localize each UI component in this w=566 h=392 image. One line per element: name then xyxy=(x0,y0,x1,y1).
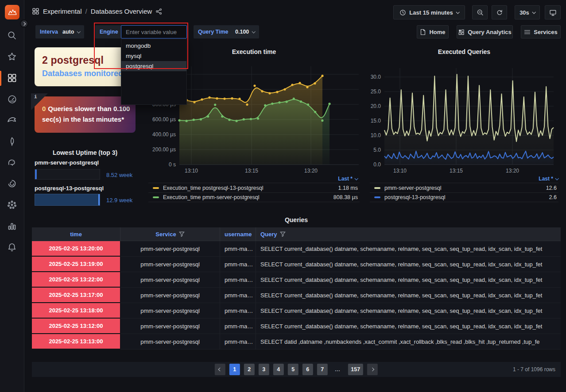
y-axis-tick: 25.0 xyxy=(371,88,381,95)
active-nav-indicator xyxy=(0,71,1,86)
cell-service: pmm-server-postgresql xyxy=(120,257,220,272)
column-label: Service xyxy=(155,231,176,238)
proxysql-swirl-icon[interactable] xyxy=(2,175,22,192)
table-body: 2025-02-25 13:20:00pmm-server-postgresql… xyxy=(32,241,561,350)
legend-sort-control[interactable]: Last * xyxy=(539,176,558,182)
legend-swatch xyxy=(374,196,380,198)
prev-page-button[interactable] xyxy=(215,364,225,375)
engine-variable-input[interactable] xyxy=(121,25,187,38)
table-row: 2025-02-25 13:18:00pmm-server-postgresql… xyxy=(32,303,561,319)
uptime-item-label: postgresql-13-postgresql xyxy=(35,185,104,192)
info-icon: i xyxy=(34,94,37,100)
uptime-item-label: pmm-server-postgresql xyxy=(35,159,99,166)
uptime-item-value: 8.52 week xyxy=(106,172,132,178)
column-label: time xyxy=(70,231,82,238)
breadcrumb-section[interactable]: Experimental xyxy=(43,8,82,15)
refresh-interval-select[interactable]: 30s xyxy=(515,5,540,19)
interval-variable-select[interactable]: auto xyxy=(58,25,84,38)
services-label: Services xyxy=(534,29,558,35)
mongodb-leaf-icon[interactable] xyxy=(2,133,22,150)
engine-option-mongodb[interactable]: mongodb xyxy=(121,41,186,51)
x-axis-tick: 13:15 xyxy=(245,168,258,174)
query-time-variable-label: Query Time xyxy=(194,25,233,38)
time-range-label: Last 15 minutes xyxy=(409,9,453,16)
kiosk-mode-button[interactable] xyxy=(545,5,561,19)
page-button-5[interactable]: 5 xyxy=(288,364,299,375)
column-header-time[interactable]: time xyxy=(32,227,120,241)
panel-title: Executed Queries xyxy=(368,48,561,55)
home-button[interactable]: Home xyxy=(417,25,449,38)
search-icon[interactable] xyxy=(2,27,22,44)
table-row: 2025-02-25 13:22:00pmm-server-postgresql… xyxy=(32,272,561,288)
column-header-username[interactable]: username xyxy=(220,227,256,241)
y-axis-tick: 400.00 µs xyxy=(152,131,176,138)
cell-service: pmm-server-postgresql xyxy=(120,334,220,350)
time-range-picker[interactable]: Last 15 minutes xyxy=(393,5,465,19)
sidebar-expand-button[interactable] xyxy=(20,19,28,28)
slow-queries-panel: 0Queries slower than 0.100 sec(s) in the… xyxy=(35,96,136,133)
legend-series-name[interactable]: pmm-server-postgresql xyxy=(384,185,546,191)
engine-option-postgresql[interactable]: postgresql xyxy=(121,61,186,71)
filter-funnel-icon[interactable] xyxy=(179,231,185,237)
uptime-item-value: 12.9 week xyxy=(106,197,132,204)
queries-panel-title: Queries xyxy=(32,216,561,223)
query-time-variable-select[interactable]: 0.100 xyxy=(231,25,259,38)
left-sidebar xyxy=(0,0,24,392)
column-label: username xyxy=(225,231,252,238)
query-analytics-gauge-icon[interactable] xyxy=(2,90,22,108)
list-icon xyxy=(524,29,531,35)
legend-series-name[interactable]: Execution_time pmm-server-postgresql xyxy=(163,194,333,200)
table-row: 2025-02-25 13:19:00pmm-server-postgresql… xyxy=(32,257,561,272)
page-button-157[interactable]: 157 xyxy=(348,364,363,375)
starred-dashboards-icon[interactable] xyxy=(2,48,22,65)
refresh-icon xyxy=(496,9,503,16)
page-button-2[interactable]: 2 xyxy=(244,364,255,375)
dashboards-grid-icon[interactable] xyxy=(2,69,22,87)
legend-sort-control[interactable]: Last * xyxy=(338,176,357,182)
charts-bars-icon[interactable] xyxy=(2,217,22,235)
zoom-out-button[interactable] xyxy=(472,5,488,19)
legend-series-name[interactable]: Execution_time postgresql-13-postgresql xyxy=(163,185,338,191)
postgresql-elephant-icon[interactable] xyxy=(2,154,22,171)
y-axis-tick: 0 s xyxy=(169,161,176,168)
y-axis-tick: 10.0 xyxy=(371,132,381,138)
executed-queries-chart[interactable]: 0.05.010.015.020.025.030.013:1013:1513:2… xyxy=(368,62,561,175)
filter-funnel-icon[interactable] xyxy=(280,231,286,237)
cell-service: pmm-server-postgresql xyxy=(120,319,220,334)
legend-row: Execution_time pmm-server-postgresql808.… xyxy=(148,192,360,202)
grid-icon xyxy=(458,29,465,35)
alerting-bell-icon[interactable] xyxy=(2,238,22,256)
page-button-7[interactable]: 7 xyxy=(317,364,328,375)
page-button-3[interactable]: 3 xyxy=(259,364,269,375)
pmm-logo[interactable] xyxy=(5,5,19,19)
breadcrumb: Experimental / Databases Overview xyxy=(32,8,163,15)
share-icon[interactable] xyxy=(155,8,163,15)
next-page-button[interactable] xyxy=(367,364,378,375)
clock-icon xyxy=(399,9,406,16)
queries-table: timeServiceusernameQuery 2025-02-25 13:2… xyxy=(32,227,561,350)
page-button-1[interactable]: 1 xyxy=(229,364,240,375)
legend-series-name[interactable]: postgresql-13-postgresql xyxy=(384,194,549,200)
column-header-query[interactable]: Query xyxy=(256,227,561,241)
page-button-4[interactable]: 4 xyxy=(273,364,284,375)
interval-value: auto xyxy=(62,29,74,35)
mysql-dolphin-icon[interactable] xyxy=(2,111,22,129)
engine-variable-label: Engine xyxy=(95,25,123,38)
uptime-panel-title: Lowest Uptime (top 3) xyxy=(32,149,138,156)
table-header-row: timeServiceusernameQuery xyxy=(32,227,561,241)
services-button[interactable]: Services xyxy=(521,25,561,38)
chart-legend: pmm-server-postgresql12.6postgresql-13-p… xyxy=(370,183,558,202)
haproxy-cluster-icon[interactable] xyxy=(2,196,22,214)
cell-query: SELECT current_database() datname, schem… xyxy=(256,272,561,288)
x-axis-tick: 13:10 xyxy=(393,168,407,174)
legend-swatch xyxy=(153,187,159,189)
query-analytics-button[interactable]: Query Analytics xyxy=(457,25,513,38)
page-button-6[interactable]: 6 xyxy=(302,364,313,375)
refresh-button[interactable] xyxy=(492,5,507,19)
uptime-bar-gauge xyxy=(35,169,100,180)
breadcrumb-page[interactable]: Databases Overview xyxy=(91,8,152,15)
column-header-service[interactable]: Service xyxy=(120,227,220,241)
legend-row: postgresql-13-postgresql2.6 xyxy=(370,192,558,202)
query-time-value: 0.100 xyxy=(235,29,249,35)
engine-option-mysql[interactable]: mysql xyxy=(121,51,186,61)
